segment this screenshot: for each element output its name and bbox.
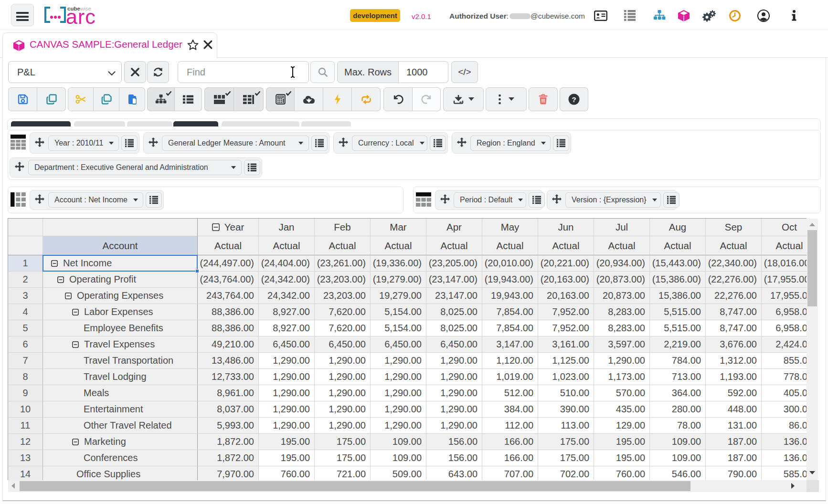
- svg-text:?: ?: [572, 95, 576, 104]
